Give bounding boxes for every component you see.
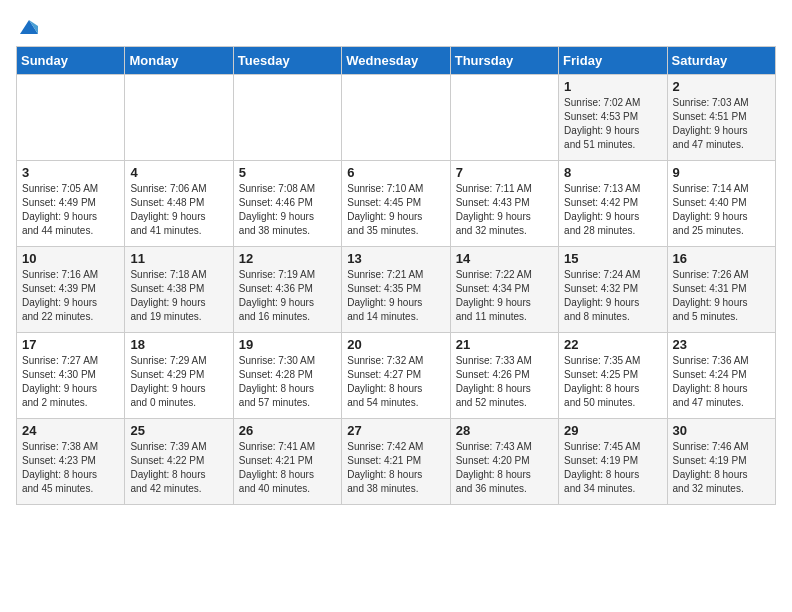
day-info: Sunrise: 7:39 AM Sunset: 4:22 PM Dayligh… bbox=[130, 440, 227, 496]
calendar-cell: 8Sunrise: 7:13 AM Sunset: 4:42 PM Daylig… bbox=[559, 161, 667, 247]
day-info: Sunrise: 7:30 AM Sunset: 4:28 PM Dayligh… bbox=[239, 354, 336, 410]
calendar-cell: 18Sunrise: 7:29 AM Sunset: 4:29 PM Dayli… bbox=[125, 333, 233, 419]
day-info: Sunrise: 7:36 AM Sunset: 4:24 PM Dayligh… bbox=[673, 354, 770, 410]
calendar-cell: 27Sunrise: 7:42 AM Sunset: 4:21 PM Dayli… bbox=[342, 419, 450, 505]
day-number: 23 bbox=[673, 337, 770, 352]
calendar-cell: 13Sunrise: 7:21 AM Sunset: 4:35 PM Dayli… bbox=[342, 247, 450, 333]
day-number: 21 bbox=[456, 337, 553, 352]
day-info: Sunrise: 7:33 AM Sunset: 4:26 PM Dayligh… bbox=[456, 354, 553, 410]
calendar-cell: 24Sunrise: 7:38 AM Sunset: 4:23 PM Dayli… bbox=[17, 419, 125, 505]
day-info: Sunrise: 7:43 AM Sunset: 4:20 PM Dayligh… bbox=[456, 440, 553, 496]
calendar-week-row: 1Sunrise: 7:02 AM Sunset: 4:53 PM Daylig… bbox=[17, 75, 776, 161]
calendar-cell bbox=[125, 75, 233, 161]
day-number: 22 bbox=[564, 337, 661, 352]
calendar-week-row: 17Sunrise: 7:27 AM Sunset: 4:30 PM Dayli… bbox=[17, 333, 776, 419]
day-info: Sunrise: 7:11 AM Sunset: 4:43 PM Dayligh… bbox=[456, 182, 553, 238]
calendar-cell: 19Sunrise: 7:30 AM Sunset: 4:28 PM Dayli… bbox=[233, 333, 341, 419]
day-number: 11 bbox=[130, 251, 227, 266]
day-number: 5 bbox=[239, 165, 336, 180]
day-number: 16 bbox=[673, 251, 770, 266]
day-number: 30 bbox=[673, 423, 770, 438]
day-number: 20 bbox=[347, 337, 444, 352]
day-info: Sunrise: 7:14 AM Sunset: 4:40 PM Dayligh… bbox=[673, 182, 770, 238]
calendar-cell: 5Sunrise: 7:08 AM Sunset: 4:46 PM Daylig… bbox=[233, 161, 341, 247]
calendar-cell bbox=[233, 75, 341, 161]
day-info: Sunrise: 7:05 AM Sunset: 4:49 PM Dayligh… bbox=[22, 182, 119, 238]
day-info: Sunrise: 7:46 AM Sunset: 4:19 PM Dayligh… bbox=[673, 440, 770, 496]
calendar-cell: 30Sunrise: 7:46 AM Sunset: 4:19 PM Dayli… bbox=[667, 419, 775, 505]
calendar-cell: 26Sunrise: 7:41 AM Sunset: 4:21 PM Dayli… bbox=[233, 419, 341, 505]
day-number: 8 bbox=[564, 165, 661, 180]
weekday-header-row: SundayMondayTuesdayWednesdayThursdayFrid… bbox=[17, 47, 776, 75]
day-info: Sunrise: 7:38 AM Sunset: 4:23 PM Dayligh… bbox=[22, 440, 119, 496]
calendar-cell: 14Sunrise: 7:22 AM Sunset: 4:34 PM Dayli… bbox=[450, 247, 558, 333]
day-info: Sunrise: 7:26 AM Sunset: 4:31 PM Dayligh… bbox=[673, 268, 770, 324]
day-number: 7 bbox=[456, 165, 553, 180]
calendar-cell bbox=[342, 75, 450, 161]
calendar-week-row: 10Sunrise: 7:16 AM Sunset: 4:39 PM Dayli… bbox=[17, 247, 776, 333]
weekday-header-wednesday: Wednesday bbox=[342, 47, 450, 75]
calendar-cell: 16Sunrise: 7:26 AM Sunset: 4:31 PM Dayli… bbox=[667, 247, 775, 333]
day-number: 27 bbox=[347, 423, 444, 438]
day-number: 26 bbox=[239, 423, 336, 438]
calendar-cell: 9Sunrise: 7:14 AM Sunset: 4:40 PM Daylig… bbox=[667, 161, 775, 247]
calendar-cell: 4Sunrise: 7:06 AM Sunset: 4:48 PM Daylig… bbox=[125, 161, 233, 247]
calendar-week-row: 3Sunrise: 7:05 AM Sunset: 4:49 PM Daylig… bbox=[17, 161, 776, 247]
day-number: 24 bbox=[22, 423, 119, 438]
day-info: Sunrise: 7:02 AM Sunset: 4:53 PM Dayligh… bbox=[564, 96, 661, 152]
calendar-cell: 23Sunrise: 7:36 AM Sunset: 4:24 PM Dayli… bbox=[667, 333, 775, 419]
calendar-cell: 3Sunrise: 7:05 AM Sunset: 4:49 PM Daylig… bbox=[17, 161, 125, 247]
page-header bbox=[16, 16, 776, 34]
day-number: 6 bbox=[347, 165, 444, 180]
day-number: 17 bbox=[22, 337, 119, 352]
calendar-week-row: 24Sunrise: 7:38 AM Sunset: 4:23 PM Dayli… bbox=[17, 419, 776, 505]
day-number: 13 bbox=[347, 251, 444, 266]
day-info: Sunrise: 7:13 AM Sunset: 4:42 PM Dayligh… bbox=[564, 182, 661, 238]
day-info: Sunrise: 7:08 AM Sunset: 4:46 PM Dayligh… bbox=[239, 182, 336, 238]
day-number: 25 bbox=[130, 423, 227, 438]
day-info: Sunrise: 7:22 AM Sunset: 4:34 PM Dayligh… bbox=[456, 268, 553, 324]
day-info: Sunrise: 7:45 AM Sunset: 4:19 PM Dayligh… bbox=[564, 440, 661, 496]
day-info: Sunrise: 7:32 AM Sunset: 4:27 PM Dayligh… bbox=[347, 354, 444, 410]
day-info: Sunrise: 7:19 AM Sunset: 4:36 PM Dayligh… bbox=[239, 268, 336, 324]
calendar-cell: 11Sunrise: 7:18 AM Sunset: 4:38 PM Dayli… bbox=[125, 247, 233, 333]
day-info: Sunrise: 7:35 AM Sunset: 4:25 PM Dayligh… bbox=[564, 354, 661, 410]
calendar-cell bbox=[450, 75, 558, 161]
weekday-header-thursday: Thursday bbox=[450, 47, 558, 75]
day-number: 18 bbox=[130, 337, 227, 352]
calendar-cell: 2Sunrise: 7:03 AM Sunset: 4:51 PM Daylig… bbox=[667, 75, 775, 161]
day-info: Sunrise: 7:21 AM Sunset: 4:35 PM Dayligh… bbox=[347, 268, 444, 324]
day-number: 12 bbox=[239, 251, 336, 266]
day-number: 19 bbox=[239, 337, 336, 352]
day-info: Sunrise: 7:16 AM Sunset: 4:39 PM Dayligh… bbox=[22, 268, 119, 324]
calendar-cell: 10Sunrise: 7:16 AM Sunset: 4:39 PM Dayli… bbox=[17, 247, 125, 333]
calendar-cell: 1Sunrise: 7:02 AM Sunset: 4:53 PM Daylig… bbox=[559, 75, 667, 161]
calendar-cell: 21Sunrise: 7:33 AM Sunset: 4:26 PM Dayli… bbox=[450, 333, 558, 419]
day-number: 15 bbox=[564, 251, 661, 266]
weekday-header-saturday: Saturday bbox=[667, 47, 775, 75]
weekday-header-sunday: Sunday bbox=[17, 47, 125, 75]
calendar-cell: 6Sunrise: 7:10 AM Sunset: 4:45 PM Daylig… bbox=[342, 161, 450, 247]
calendar-cell: 22Sunrise: 7:35 AM Sunset: 4:25 PM Dayli… bbox=[559, 333, 667, 419]
logo-icon bbox=[18, 16, 40, 38]
calendar-cell: 17Sunrise: 7:27 AM Sunset: 4:30 PM Dayli… bbox=[17, 333, 125, 419]
calendar-cell: 25Sunrise: 7:39 AM Sunset: 4:22 PM Dayli… bbox=[125, 419, 233, 505]
day-info: Sunrise: 7:24 AM Sunset: 4:32 PM Dayligh… bbox=[564, 268, 661, 324]
day-info: Sunrise: 7:06 AM Sunset: 4:48 PM Dayligh… bbox=[130, 182, 227, 238]
calendar-table: SundayMondayTuesdayWednesdayThursdayFrid… bbox=[16, 46, 776, 505]
logo bbox=[16, 16, 40, 34]
day-info: Sunrise: 7:41 AM Sunset: 4:21 PM Dayligh… bbox=[239, 440, 336, 496]
calendar-cell: 20Sunrise: 7:32 AM Sunset: 4:27 PM Dayli… bbox=[342, 333, 450, 419]
day-number: 1 bbox=[564, 79, 661, 94]
day-number: 3 bbox=[22, 165, 119, 180]
day-info: Sunrise: 7:10 AM Sunset: 4:45 PM Dayligh… bbox=[347, 182, 444, 238]
day-info: Sunrise: 7:03 AM Sunset: 4:51 PM Dayligh… bbox=[673, 96, 770, 152]
calendar-cell: 15Sunrise: 7:24 AM Sunset: 4:32 PM Dayli… bbox=[559, 247, 667, 333]
day-number: 9 bbox=[673, 165, 770, 180]
day-number: 29 bbox=[564, 423, 661, 438]
day-number: 2 bbox=[673, 79, 770, 94]
weekday-header-monday: Monday bbox=[125, 47, 233, 75]
day-info: Sunrise: 7:29 AM Sunset: 4:29 PM Dayligh… bbox=[130, 354, 227, 410]
calendar-cell: 29Sunrise: 7:45 AM Sunset: 4:19 PM Dayli… bbox=[559, 419, 667, 505]
weekday-header-friday: Friday bbox=[559, 47, 667, 75]
